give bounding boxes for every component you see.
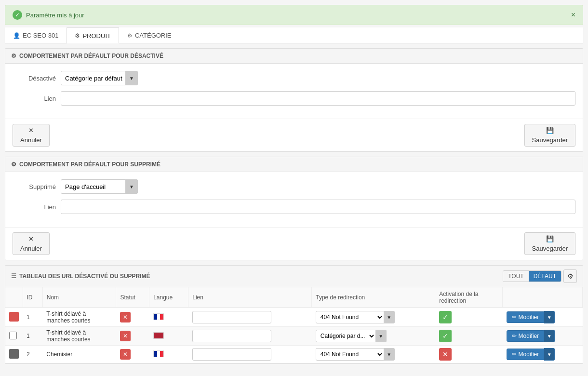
- col-activation: Activation de laredirection: [435, 287, 503, 308]
- table-header: ☰ TABLEAU DES URL DÉSACTIVÉ OU SUPPRIMÉ …: [5, 266, 583, 287]
- row3-id: 2: [23, 346, 42, 363]
- row2-modifier-button[interactable]: ✏ Modifier: [507, 330, 545, 342]
- row3-activation: ✕: [435, 346, 503, 363]
- desactive-cancel-button[interactable]: ✕ Annuler: [13, 124, 50, 147]
- row1-select-button[interactable]: [9, 312, 19, 322]
- x-icon-desactive: ✕: [28, 127, 34, 134]
- pencil-icon-r1: ✏: [512, 314, 517, 321]
- lien-supprime-input[interactable]: [61, 200, 575, 214]
- lien-desactive-input[interactable]: [61, 91, 575, 106]
- table-icon: ☰: [11, 273, 16, 280]
- row1-redirect-wrapper: 404 Not Found Catégorie par défaut Page …: [316, 311, 431, 323]
- table-header-row: ID Nom Statut Langue Lien Type de redire…: [5, 287, 583, 308]
- row1-langue: [149, 308, 188, 327]
- table-row: 2 Chemisier ✕ 404 Not Found Catégorie pa…: [5, 346, 583, 363]
- row2-lien: [188, 327, 312, 346]
- desactive-select[interactable]: Catégorie par défaut Page d'accueil 404 …: [61, 71, 138, 85]
- supprime-select[interactable]: Catégorie par défaut Page d'accueil 404 …: [61, 179, 138, 194]
- row3-actions: ✏ Modifier ▼: [503, 346, 583, 363]
- col-id: ID: [23, 287, 42, 308]
- col-langue: Langue: [149, 287, 188, 308]
- table-row: 1 T-shirt délavé àmanches courtes ✕ 404 …: [5, 327, 583, 346]
- table-section: ☰ TABLEAU DES URL DÉSACTIVÉ OU SUPPRIMÉ …: [5, 265, 583, 364]
- table-row: 1 T-shirt délavé àmanches courtes ✕ 404 …: [5, 308, 583, 327]
- row3-select-button[interactable]: [9, 349, 19, 359]
- section-supprime-body: Supprimé Catégorie par défaut Page d'acc…: [5, 172, 583, 227]
- tab-bar: 👤 EC SEO 301 ⚙ PRODUIT ⚙ CATÉGORIE: [5, 27, 583, 43]
- row2-modifier-group: ✏ Modifier ▼: [507, 330, 579, 342]
- desactive-row: Désactivé Catégorie par défaut Page d'ac…: [13, 71, 575, 85]
- row3-lien: [188, 346, 312, 363]
- supprime-cancel-button[interactable]: ✕ Annuler: [13, 232, 50, 255]
- settings-icon-desactive: ⚙: [11, 53, 16, 59]
- section-supprime-header: ⚙ COMPORTEMENT PAR DÉFAULT POUR SUPPRIMÉ: [5, 157, 583, 172]
- row2-modifier-dropdown[interactable]: ▼: [544, 330, 555, 342]
- row3-redirect-arrow: ▼: [384, 348, 395, 361]
- row2-nom: T-shirt délavé àmanches courtes: [42, 327, 116, 346]
- col-lien: Lien: [188, 287, 312, 308]
- row2-statut: ✕: [116, 327, 149, 346]
- tab-ec-seo[interactable]: 👤 EC SEO 301: [5, 27, 67, 43]
- desactive-btn-row: ✕ Annuler 💾 Sauvegarder: [5, 119, 583, 151]
- col-actions: [503, 287, 583, 308]
- table-header-right: TOUT DÉFAUT ⚙: [503, 269, 577, 283]
- row1-redirect-select[interactable]: 404 Not Found Catégorie par défaut Page …: [316, 311, 384, 323]
- section-desactive: ⚙ COMPORTEMENT PAR DÉFAULT POUR DÉSACTIV…: [5, 48, 583, 152]
- desactive-save-button[interactable]: 💾 Sauvegarder: [524, 124, 575, 147]
- x-icon-supprime: ✕: [28, 235, 34, 242]
- row3-modifier-group: ✏ Modifier ▼: [507, 348, 579, 361]
- url-table: ID Nom Statut Langue Lien Type de redire…: [5, 287, 583, 363]
- row1-nom: T-shirt délavé àmanches courtes: [42, 308, 116, 327]
- row1-redirect-arrow: ▼: [384, 311, 395, 323]
- row3-redirect-select[interactable]: 404 Not Found Catégorie par défaut Page …: [316, 348, 384, 361]
- lien-desactive-label: Lien: [13, 95, 61, 102]
- row1-status-button[interactable]: ✕: [120, 312, 131, 322]
- settings-icon-supprime: ⚙: [11, 161, 16, 168]
- row3-statut: ✕: [116, 346, 149, 363]
- row2-status-button[interactable]: ✕: [120, 331, 131, 341]
- row2-langue: [149, 327, 188, 346]
- tab-categorie[interactable]: ⚙ CATÉGORIE: [119, 27, 180, 43]
- pencil-icon-r2: ✏: [512, 333, 517, 339]
- row1-statut: ✕: [116, 308, 149, 327]
- row3-modifier-dropdown[interactable]: ▼: [544, 348, 555, 361]
- row1-modifier-dropdown[interactable]: ▼: [544, 311, 555, 323]
- row3-lien-input[interactable]: [192, 348, 271, 361]
- toggle-default[interactable]: DÉFAUT: [529, 271, 561, 282]
- row2-selector: [5, 327, 23, 346]
- row3-status-button[interactable]: ✕: [120, 349, 131, 360]
- success-banner: ✓ Paramètre mis à jour ×: [5, 5, 583, 25]
- row3-activation-button[interactable]: ✕: [439, 348, 452, 361]
- row1-activation-button[interactable]: ✓: [439, 311, 452, 323]
- row1-activation: ✓: [435, 308, 503, 327]
- row2-checkbox[interactable]: [9, 332, 17, 339]
- save-icon-desactive: 💾: [546, 127, 554, 134]
- gear-icon-categorie: ⚙: [127, 32, 133, 39]
- row2-lien-input[interactable]: [192, 330, 271, 342]
- row2-redirect-select[interactable]: 404 Not Found Catégorie par d... Page d'…: [316, 330, 376, 342]
- row1-lien: [188, 308, 312, 327]
- row1-lien-input[interactable]: [192, 311, 271, 323]
- row3-modifier-button[interactable]: ✏ Modifier: [507, 349, 545, 360]
- lien-supprime-label: Lien: [13, 203, 61, 211]
- row3-selector: [5, 346, 23, 363]
- row3-flag-fr: [153, 350, 164, 357]
- col-redirect-type: Type de redirection: [312, 287, 435, 308]
- supprime-btn-row: ✕ Annuler 💾 Sauvegarder: [5, 227, 583, 260]
- section-desactive-body: Désactivé Catégorie par défaut Page d'ac…: [5, 64, 583, 119]
- banner-close-button[interactable]: ×: [571, 11, 575, 19]
- tab-produit[interactable]: ⚙ PRODUIT: [67, 27, 119, 43]
- row1-flag-fr: [153, 313, 164, 320]
- desactive-select-wrapper: Catégorie par défaut Page d'accueil 404 …: [61, 71, 138, 85]
- toggle-all[interactable]: TOUT: [503, 271, 528, 282]
- table-settings-button[interactable]: ⚙: [563, 269, 577, 283]
- row1-actions: ✏ Modifier ▼: [503, 308, 583, 327]
- pencil-icon-r3: ✏: [512, 351, 517, 358]
- row3-redirect-wrapper: 404 Not Found Catégorie par défaut Page …: [316, 348, 431, 361]
- supprime-save-button[interactable]: 💾 Sauvegarder: [524, 232, 575, 255]
- row1-modifier-group: ✏ Modifier ▼: [507, 311, 579, 323]
- row2-activation-button[interactable]: ✓: [439, 330, 452, 342]
- row1-selector: [5, 308, 23, 327]
- success-message: Paramètre mis à jour: [26, 12, 84, 19]
- row1-modifier-button[interactable]: ✏ Modifier: [507, 311, 545, 323]
